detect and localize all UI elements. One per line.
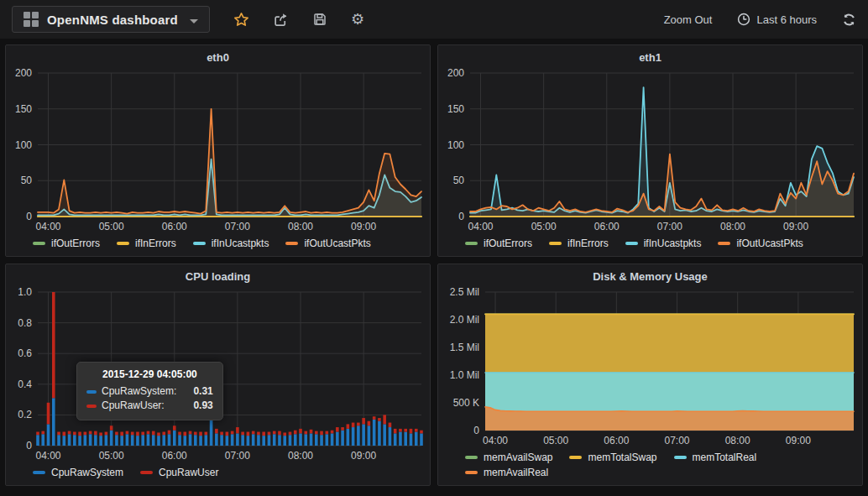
eth1-chart[interactable]: 04:0005:0006:0007:0008:0009:000501001502…: [438, 65, 862, 234]
bar-CpuRawUser: [189, 431, 192, 435]
settings-button[interactable]: ⚙: [351, 12, 364, 27]
legend-item-CpuRawSystem[interactable]: CpuRawSystem: [33, 467, 123, 478]
bar-CpuRawUser: [78, 432, 81, 436]
chart-tooltip: 2015-12-29 04:05:00 CpuRawSystem: 0.31 C…: [76, 362, 223, 420]
legend-item-ifOutErrors[interactable]: ifOutErrors: [465, 238, 532, 249]
bar-CpuRawSystem: [315, 434, 318, 446]
bar-CpuRawUser: [220, 432, 223, 436]
eth0-chart[interactable]: 04:0005:0006:0007:0008:0009:000501001502…: [6, 65, 430, 234]
y-axis-label: 2.0 Mil: [450, 314, 479, 326]
y-axis-label: 0: [473, 425, 479, 436]
time-range-picker[interactable]: Last 6 hours: [737, 13, 817, 26]
y-axis-label: 150: [447, 103, 464, 115]
bar-CpuRawSystem: [36, 435, 39, 446]
bar-CpuRawUser: [162, 432, 165, 436]
bar-CpuRawUser: [347, 424, 350, 428]
bar-CpuRawUser: [84, 432, 87, 436]
legend-item-ifOutErrors[interactable]: ifOutErrors: [33, 238, 100, 249]
bar-CpuRawSystem: [415, 432, 418, 446]
legend-swatch: [718, 242, 730, 245]
legend-item-ifInErrors[interactable]: ifInErrors: [549, 238, 609, 249]
bar-CpuRawSystem: [205, 435, 208, 446]
bar-CpuRawSystem: [299, 433, 302, 446]
bar-CpuRawSystem: [89, 434, 92, 446]
bar-CpuRawUser: [157, 432, 160, 436]
share-button[interactable]: [273, 12, 289, 28]
tooltip-series-label: CpuRawSystem:: [102, 384, 176, 399]
legend-item-memAvailSwap[interactable]: memAvailSwap: [465, 452, 552, 463]
legend-item-ifOutUcastPkts[interactable]: ifOutUcastPkts: [285, 238, 370, 249]
legend-swatch: [569, 456, 582, 459]
bar-CpuRawUser: [247, 432, 250, 436]
x-axis-label: 04:00: [468, 221, 494, 232]
bar-CpuRawSystem: [268, 435, 271, 446]
bar-CpuRawSystem: [289, 435, 292, 446]
bar-CpuRawUser: [399, 429, 402, 432]
refresh-button[interactable]: [842, 13, 856, 27]
legend-item-memTotalReal[interactable]: memTotalReal: [674, 452, 757, 463]
legend-label: memAvailSwap: [484, 452, 552, 463]
x-axis-label: 06:00: [604, 435, 629, 446]
bar-CpuRawSystem: [120, 436, 123, 446]
bar-CpuRawSystem: [63, 436, 66, 446]
bar-CpuRawUser: [215, 429, 218, 433]
panel-title-eth1[interactable]: eth1: [438, 45, 862, 65]
bar-CpuRawUser: [389, 423, 392, 427]
bar-CpuRawSystem: [262, 436, 265, 446]
bar-CpuRawSystem: [357, 426, 360, 446]
bar-CpuRawSystem: [231, 434, 234, 446]
legend-item-memAvailReal[interactable]: memAvailReal: [465, 467, 548, 478]
legend-swatch: [625, 242, 638, 245]
panel-title-disk-memory[interactable]: Disk & Memory Usage: [438, 264, 862, 285]
x-axis-label: 06:00: [162, 450, 187, 462]
bar-CpuRawSystem: [378, 421, 381, 446]
disk-memory-chart[interactable]: 04:0005:0006:0007:0008:0009:000500 K1.0 …: [438, 285, 862, 448]
x-axis-label: 08:00: [288, 450, 313, 462]
bar-CpuRawSystem: [420, 433, 423, 446]
x-axis-label: 05:00: [531, 221, 557, 232]
bar-CpuRawSystem: [362, 424, 365, 446]
bar-CpuRawUser: [73, 432, 76, 436]
legend-item-CpuRawUser[interactable]: CpuRawUser: [140, 467, 218, 478]
x-axis-label: 06:00: [162, 221, 187, 232]
bar-CpuRawUser: [236, 427, 239, 433]
legend-item-memTotalSwap[interactable]: memTotalSwap: [569, 452, 656, 463]
bar-CpuRawSystem: [162, 435, 165, 446]
legend-swatch: [117, 242, 129, 245]
save-button[interactable]: [312, 12, 327, 27]
legend-item-ifInErrors[interactable]: ifInErrors: [117, 238, 176, 249]
bar-CpuRawUser: [231, 431, 234, 435]
star-button[interactable]: [233, 12, 249, 28]
bar-CpuRawUser: [326, 431, 329, 435]
zoom-out-button[interactable]: Zoom Out: [664, 13, 713, 26]
x-axis-label: 08:00: [720, 221, 745, 232]
bar-CpuRawUser: [105, 432, 108, 436]
tooltip-series-label: CpuRawUser:: [102, 399, 165, 413]
panel-title-eth0[interactable]: eth0: [6, 45, 430, 65]
bar-CpuRawUser: [136, 432, 139, 436]
bar-CpuRawSystem: [141, 435, 144, 446]
tooltip-series-swatch: [86, 390, 97, 394]
navbar: OpenNMS dashboard: [0, 0, 868, 39]
legend-item-ifOutUcastPkts[interactable]: ifOutUcastPkts: [718, 238, 803, 249]
legend-label: memAvailReal: [484, 467, 548, 478]
legend-label: CpuRawSystem: [51, 467, 123, 478]
legend-item-ifInUcastpkts[interactable]: ifInUcastpkts: [625, 238, 702, 249]
panel-disk-memory: Disk & Memory Usage 04:0005:0006:0007:00…: [437, 264, 863, 486]
bar-CpuRawSystem: [283, 436, 286, 446]
bar-CpuRawUser: [126, 431, 129, 435]
bar-CpuRawUser: [331, 431, 334, 434]
legend-item-ifInUcastpkts[interactable]: ifInUcastpkts: [193, 238, 269, 249]
bar-CpuRawUser: [262, 432, 265, 436]
x-axis-label: 08:00: [288, 221, 313, 232]
bar-CpuRawUser: [410, 429, 413, 433]
bar-CpuRawUser: [304, 431, 307, 435]
bar-CpuRawUser: [199, 432, 202, 436]
bar-CpuRawUser: [320, 431, 323, 436]
dashboard-switcher[interactable]: OpenNMS dashboard: [12, 6, 210, 33]
bar-CpuRawSystem: [389, 427, 392, 446]
gear-icon: ⚙: [351, 12, 364, 27]
panel-title-cpu-loading[interactable]: CPU loading: [6, 264, 430, 285]
bar-CpuRawSystem: [278, 435, 281, 446]
bar-CpuRawUser: [36, 432, 39, 436]
